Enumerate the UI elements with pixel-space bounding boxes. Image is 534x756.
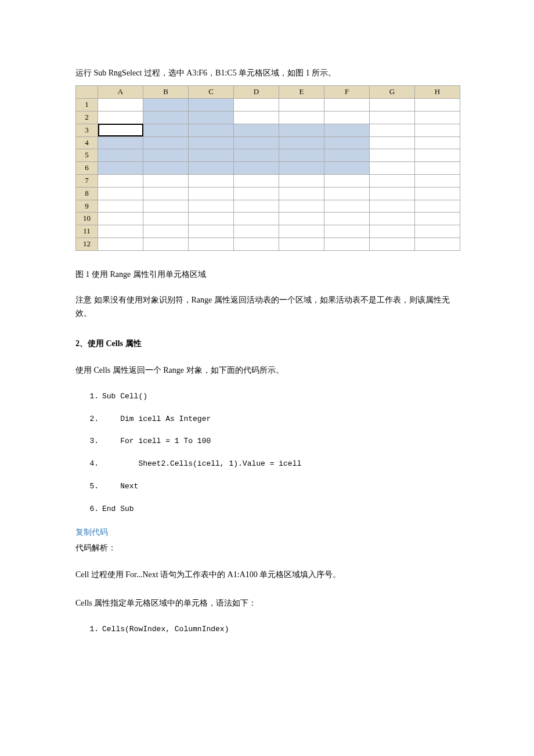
cell-B2[interactable] xyxy=(143,111,189,124)
cell-C11[interactable] xyxy=(189,225,234,238)
cell-B7[interactable] xyxy=(143,174,189,187)
cell-B12[interactable] xyxy=(143,237,189,250)
cell-A7[interactable] xyxy=(98,174,143,187)
cell-H10[interactable] xyxy=(415,213,460,225)
cell-F7[interactable] xyxy=(324,174,370,187)
cell-D12[interactable] xyxy=(234,237,279,250)
cell-B8[interactable] xyxy=(143,187,189,200)
row-header-3[interactable]: 3 xyxy=(76,124,98,136)
row-header-4[interactable]: 4 xyxy=(76,136,98,149)
cell-E6[interactable] xyxy=(279,162,324,175)
row-header-12[interactable]: 12 xyxy=(76,237,98,250)
cell-A2[interactable] xyxy=(98,111,143,124)
col-header-H[interactable]: H xyxy=(415,86,460,99)
cell-A1[interactable] xyxy=(98,99,143,111)
cell-B4[interactable] xyxy=(143,136,189,149)
cell-H12[interactable] xyxy=(415,237,460,250)
cell-F9[interactable] xyxy=(324,200,370,213)
cell-F8[interactable] xyxy=(324,187,370,200)
cell-F5[interactable] xyxy=(324,149,370,162)
cell-A11[interactable] xyxy=(98,225,143,238)
cell-F3[interactable] xyxy=(324,124,370,136)
cell-H1[interactable] xyxy=(415,99,460,111)
cell-D10[interactable] xyxy=(234,213,279,225)
cell-D7[interactable] xyxy=(234,174,279,187)
cell-E3[interactable] xyxy=(279,124,324,136)
cell-G4[interactable] xyxy=(370,136,415,149)
cell-H2[interactable] xyxy=(415,111,460,124)
cell-D9[interactable] xyxy=(234,200,279,213)
cell-H4[interactable] xyxy=(415,136,460,149)
cell-D5[interactable] xyxy=(234,149,279,162)
cell-E12[interactable] xyxy=(279,237,324,250)
cell-E4[interactable] xyxy=(279,136,324,149)
cell-E5[interactable] xyxy=(279,149,324,162)
row-header-6[interactable]: 6 xyxy=(76,162,98,175)
cell-A9[interactable] xyxy=(98,200,143,213)
cell-E7[interactable] xyxy=(279,174,324,187)
cell-G12[interactable] xyxy=(370,237,415,250)
col-header-D[interactable]: D xyxy=(234,86,279,99)
cell-F4[interactable] xyxy=(324,136,370,149)
cell-E8[interactable] xyxy=(279,187,324,200)
col-header-C[interactable]: C xyxy=(189,86,234,99)
cell-B9[interactable] xyxy=(143,200,189,213)
cell-F10[interactable] xyxy=(324,213,370,225)
col-header-F[interactable]: F xyxy=(324,86,370,99)
col-header-E[interactable]: E xyxy=(279,86,324,99)
cell-C10[interactable] xyxy=(189,213,234,225)
row-header-9[interactable]: 9 xyxy=(76,200,98,213)
cell-G6[interactable] xyxy=(370,162,415,175)
cell-H3[interactable] xyxy=(415,124,460,136)
cell-D2[interactable] xyxy=(234,111,279,124)
cell-F11[interactable] xyxy=(324,225,370,238)
cell-F12[interactable] xyxy=(324,237,370,250)
cell-B1[interactable] xyxy=(143,99,189,111)
cell-F1[interactable] xyxy=(324,99,370,111)
cell-H5[interactable] xyxy=(415,149,460,162)
cell-G5[interactable] xyxy=(370,149,415,162)
cell-C3[interactable] xyxy=(189,124,234,136)
cell-F2[interactable] xyxy=(324,111,370,124)
cell-G11[interactable] xyxy=(370,225,415,238)
cell-H7[interactable] xyxy=(415,174,460,187)
cell-D1[interactable] xyxy=(234,99,279,111)
cell-G2[interactable] xyxy=(370,111,415,124)
cell-C8[interactable] xyxy=(189,187,234,200)
cell-G8[interactable] xyxy=(370,187,415,200)
cell-C12[interactable] xyxy=(189,237,234,250)
cell-A12[interactable] xyxy=(98,237,143,250)
col-header-G[interactable]: G xyxy=(370,86,415,99)
row-header-8[interactable]: 8 xyxy=(76,187,98,200)
cell-D8[interactable] xyxy=(234,187,279,200)
row-header-2[interactable]: 2 xyxy=(76,111,98,124)
cell-G10[interactable] xyxy=(370,213,415,225)
cell-E2[interactable] xyxy=(279,111,324,124)
cell-G3[interactable] xyxy=(370,124,415,136)
cell-A5[interactable] xyxy=(98,149,143,162)
cell-A10[interactable] xyxy=(98,213,143,225)
cell-C2[interactable] xyxy=(189,111,234,124)
cell-B10[interactable] xyxy=(143,213,189,225)
col-header-B[interactable]: B xyxy=(143,86,189,99)
cell-G1[interactable] xyxy=(370,99,415,111)
cell-E1[interactable] xyxy=(279,99,324,111)
row-header-1[interactable]: 1 xyxy=(76,99,98,111)
cell-F6[interactable] xyxy=(324,162,370,175)
cell-H8[interactable] xyxy=(415,187,460,200)
cell-E11[interactable] xyxy=(279,225,324,238)
cell-C1[interactable] xyxy=(189,99,234,111)
row-header-7[interactable]: 7 xyxy=(76,174,98,187)
cell-A4[interactable] xyxy=(98,136,143,149)
select-all-corner[interactable] xyxy=(76,86,98,99)
cell-H9[interactable] xyxy=(415,200,460,213)
cell-B6[interactable] xyxy=(143,162,189,175)
row-header-5[interactable]: 5 xyxy=(76,149,98,162)
cell-E10[interactable] xyxy=(279,213,324,225)
cell-D11[interactable] xyxy=(234,225,279,238)
cell-D6[interactable] xyxy=(234,162,279,175)
col-header-A[interactable]: A xyxy=(98,86,143,99)
cell-C4[interactable] xyxy=(189,136,234,149)
cell-C5[interactable] xyxy=(189,149,234,162)
cell-C6[interactable] xyxy=(189,162,234,175)
